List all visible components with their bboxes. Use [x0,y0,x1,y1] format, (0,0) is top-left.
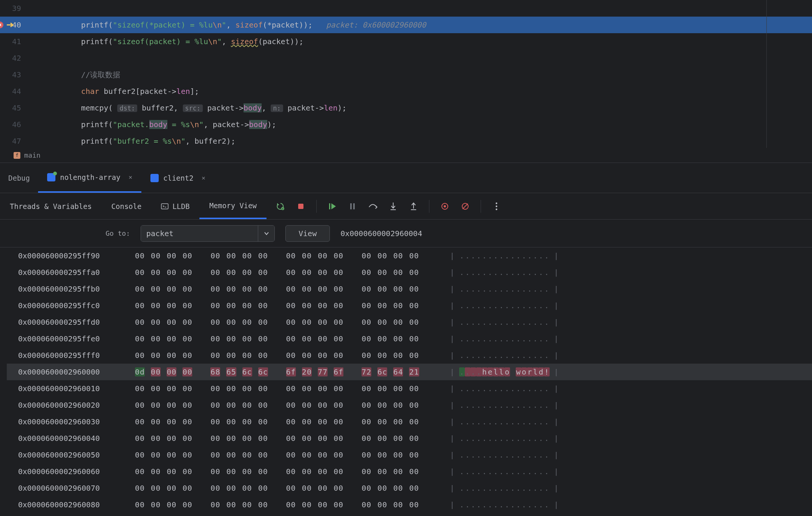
hex-byte[interactable]: 00 [258,467,268,476]
hex-byte[interactable]: 00 [210,401,220,410]
hex-byte[interactable]: 00 [135,434,145,443]
hex-byte[interactable]: 00 [302,467,312,476]
goto-dropdown-button[interactable] [258,226,274,241]
hex-byte[interactable]: 00 [242,301,252,310]
hex-byte[interactable]: 00 [318,284,328,293]
hex-byte[interactable]: 00 [377,417,387,426]
hex-byte[interactable]: 00 [135,268,145,277]
hex-byte[interactable]: 77 [318,367,328,376]
hex-byte[interactable]: 00 [242,384,252,393]
hex-byte[interactable]: 00 [135,251,145,260]
hex-byte[interactable]: 00 [258,417,268,426]
hex-byte[interactable]: 00 [318,384,328,393]
hex-byte[interactable]: 00 [151,467,161,476]
hex-byte[interactable]: 00 [362,251,371,260]
hex-byte[interactable]: 00 [377,284,387,293]
hex-byte[interactable]: 00 [286,268,296,277]
hex-byte[interactable]: 00 [409,484,419,493]
hex-byte[interactable]: 00 [242,417,252,426]
hex-byte[interactable]: 00 [258,351,268,360]
memory-row[interactable]: 0x00006000029600200000000000000000000000… [0,397,812,413]
run-config-tab-client2[interactable]: client2 ✕ [141,163,214,193]
hex-byte[interactable]: 00 [409,384,419,393]
hex-byte[interactable]: 00 [151,401,161,410]
hex-byte[interactable]: 00 [258,384,268,393]
memory-row[interactable]: 0x00006000029600500000000000000000000000… [0,447,812,463]
memory-row[interactable]: 0x000060000295ffd00000000000000000000000… [0,314,812,330]
hex-byte[interactable]: 00 [167,318,176,327]
hex-byte[interactable]: 00 [182,467,192,476]
hex-byte[interactable]: 00 [377,318,387,327]
hex-byte[interactable]: 00 [286,467,296,476]
hex-byte[interactable]: 00 [210,301,220,310]
hex-byte[interactable]: 00 [242,450,252,459]
rerun-button[interactable]: + [276,201,285,211]
hex-byte[interactable]: 00 [393,434,403,443]
hex-byte[interactable]: 00 [182,251,192,260]
hex-byte[interactable]: 00 [286,417,296,426]
hex-byte[interactable]: 00 [409,334,419,343]
hex-byte[interactable]: 00 [334,251,343,260]
hex-byte[interactable]: 00 [167,401,176,410]
resume-button[interactable] [327,201,337,211]
hex-byte[interactable]: 00 [302,301,312,310]
hex-byte[interactable]: 00 [242,318,252,327]
hex-byte[interactable]: 00 [409,284,419,293]
hex-byte[interactable]: 00 [334,384,343,393]
hex-byte[interactable]: 00 [242,434,252,443]
more-options-button[interactable] [492,201,501,211]
hex-byte[interactable]: 00 [393,351,403,360]
hex-byte[interactable]: 00 [210,384,220,393]
hex-byte[interactable]: 00 [167,334,176,343]
hex-byte[interactable]: 00 [210,251,220,260]
hex-byte[interactable]: 00 [226,284,236,293]
hex-byte[interactable]: 00 [377,384,387,393]
hex-byte[interactable]: 00 [167,450,176,459]
hex-byte[interactable]: 00 [167,467,176,476]
hex-byte[interactable]: 00 [362,351,371,360]
goto-address-field[interactable]: packet [141,225,275,242]
hex-byte[interactable]: 00 [286,301,296,310]
view-breakpoints-button[interactable] [440,201,450,211]
hex-byte[interactable]: 00 [182,417,192,426]
hex-byte[interactable]: 00 [334,401,343,410]
hex-byte[interactable]: 00 [226,384,236,393]
hex-byte[interactable]: 00 [302,450,312,459]
hex-byte[interactable]: 00 [258,401,268,410]
hex-byte[interactable]: 00 [242,351,252,360]
hex-byte[interactable]: 00 [242,401,252,410]
hex-byte[interactable]: 00 [167,500,176,509]
hex-byte[interactable]: 00 [182,351,192,360]
hex-byte[interactable]: 00 [362,500,371,509]
hex-byte[interactable]: 00 [167,251,176,260]
hex-byte[interactable]: 72 [362,367,371,376]
hex-byte[interactable]: 00 [135,301,145,310]
hex-byte[interactable]: 00 [362,301,371,310]
hex-byte[interactable]: 00 [210,284,220,293]
hex-byte[interactable]: 65 [226,367,236,376]
hex-byte[interactable]: 00 [182,367,192,376]
hex-byte[interactable]: 00 [286,484,296,493]
hex-byte[interactable]: 00 [286,450,296,459]
hex-byte[interactable]: 00 [151,367,161,376]
hex-byte[interactable]: 00 [167,417,176,426]
hex-byte[interactable]: 00 [334,284,343,293]
hex-byte[interactable]: 6c [377,367,387,376]
hex-byte[interactable]: 00 [393,334,403,343]
hex-byte[interactable]: 00 [393,284,403,293]
hex-byte[interactable]: 00 [362,467,371,476]
hex-byte[interactable]: 00 [210,417,220,426]
hex-byte[interactable]: 00 [318,318,328,327]
hex-byte[interactable]: 00 [286,334,296,343]
hex-byte[interactable]: 00 [242,484,252,493]
goto-input[interactable]: packet [141,226,258,241]
hex-byte[interactable]: 00 [334,318,343,327]
hex-byte[interactable]: 00 [226,268,236,277]
hex-byte[interactable]: 00 [182,301,192,310]
hex-byte[interactable]: 00 [409,301,419,310]
hex-byte[interactable]: 00 [151,434,161,443]
hex-byte[interactable]: 00 [182,450,192,459]
hex-byte[interactable]: 00 [210,351,220,360]
hex-byte[interactable]: 00 [226,401,236,410]
hex-byte[interactable]: 00 [226,318,236,327]
